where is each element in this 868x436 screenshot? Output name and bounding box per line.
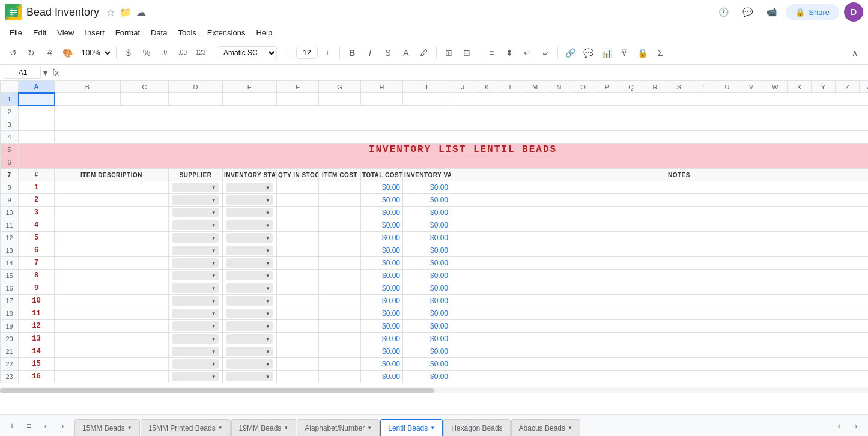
cell-H1[interactable]: [361, 93, 403, 106]
cell-item-cost-14[interactable]: [319, 345, 361, 358]
video-button[interactable]: 📹: [762, 2, 781, 22]
cell-B2-onward[interactable]: [55, 106, 869, 118]
font-selector[interactable]: Amatic SC Arial: [217, 46, 277, 59]
cell-desc-6[interactable]: [55, 244, 169, 257]
col-header-Z[interactable]: Z: [836, 81, 860, 93]
cell-item-cost-4[interactable]: [319, 219, 361, 232]
cell-desc-1[interactable]: [55, 181, 169, 194]
cell-supplier-10[interactable]: ▼: [169, 295, 223, 307]
cell-B1[interactable]: [55, 93, 121, 106]
col-header-F[interactable]: F: [277, 81, 319, 93]
decrease-font-button[interactable]: −: [278, 44, 295, 61]
col-header-G[interactable]: G: [319, 81, 361, 93]
cell-item-cost-6[interactable]: [319, 244, 361, 257]
cell-item-cost-15[interactable]: [319, 358, 361, 371]
menu-tools[interactable]: Tools: [173, 27, 201, 38]
tab-dropdown-arrow[interactable]: ▼: [367, 425, 372, 431]
col-header-D[interactable]: D: [169, 81, 223, 93]
cell-reference-input[interactable]: [5, 67, 41, 79]
cell-status-8[interactable]: ▼: [223, 270, 277, 282]
horizontal-scrollbar[interactable]: [0, 387, 868, 393]
tab-alaphabet-number[interactable]: Alaphabet/Number ▼: [297, 419, 380, 436]
cell-item-cost-9[interactable]: [319, 282, 361, 295]
cell-status-6[interactable]: ▼: [223, 244, 277, 257]
cell-desc-7[interactable]: [55, 257, 169, 270]
cell-desc-14[interactable]: [55, 345, 169, 358]
share-button[interactable]: 🔒 Share: [786, 4, 839, 20]
cloud-icon[interactable]: ☁: [136, 7, 146, 18]
menu-help[interactable]: Help: [251, 27, 277, 38]
cell-item-cost-3[interactable]: [319, 207, 361, 219]
cell-notes-11[interactable]: [451, 307, 869, 320]
col-header-W[interactable]: W: [763, 81, 788, 93]
cell-qty-5[interactable]: [277, 232, 319, 244]
col-header-T[interactable]: T: [691, 81, 715, 93]
tab-dropdown-arrow[interactable]: ▼: [127, 425, 132, 431]
tab-dropdown-arrow[interactable]: ▼: [430, 425, 435, 431]
formula-expand-icon[interactable]: ▾: [43, 68, 47, 77]
increase-decimal-button[interactable]: .00: [174, 44, 191, 61]
row-num-17[interactable]: 17: [1, 295, 19, 307]
tab-15mm-beads[interactable]: 15MM Beads ▼: [74, 419, 140, 436]
col-header-Q[interactable]: Q: [619, 81, 643, 93]
cell-qty-6[interactable]: [277, 244, 319, 257]
cell-notes-16[interactable]: [451, 371, 869, 383]
col-header-I[interactable]: I: [403, 81, 451, 93]
row-num-14[interactable]: 14: [1, 257, 19, 270]
cell-supplier-12[interactable]: ▼: [169, 320, 223, 333]
col-header-S[interactable]: S: [667, 81, 691, 93]
cell-item-cost-11[interactable]: [319, 307, 361, 320]
cell-supplier-9[interactable]: ▼: [169, 282, 223, 295]
cell-status-9[interactable]: ▼: [223, 282, 277, 295]
tab-19mm-beads[interactable]: 19MM Beads ▼: [231, 419, 297, 436]
tab-abacus-beads[interactable]: Abacus Beads ▼: [511, 419, 580, 436]
cell-qty-2[interactable]: [277, 194, 319, 207]
rotate-button[interactable]: ⤾: [537, 44, 554, 61]
cell-notes-9[interactable]: [451, 282, 869, 295]
menu-edit[interactable]: Edit: [28, 27, 51, 38]
row-num-13[interactable]: 13: [1, 244, 19, 257]
merge-button[interactable]: ⊟: [458, 44, 475, 61]
menu-insert[interactable]: Insert: [80, 27, 109, 38]
cell-qty-10[interactable]: [277, 295, 319, 307]
cell-notes-6[interactable]: [451, 244, 869, 257]
cell-item-cost-1[interactable]: [319, 181, 361, 194]
cell-supplier-1[interactable]: ▼: [169, 181, 223, 194]
redo-button[interactable]: ↻: [23, 44, 40, 61]
menu-file[interactable]: File: [5, 27, 27, 38]
menu-format[interactable]: Format: [111, 27, 145, 38]
tab-hexagon-beads[interactable]: Hexagon Beads: [443, 419, 510, 436]
cell-desc-3[interactable]: [55, 207, 169, 219]
cell-desc-4[interactable]: [55, 219, 169, 232]
bold-button[interactable]: B: [344, 44, 360, 61]
cell-item-cost-16[interactable]: [319, 371, 361, 383]
row-num-7[interactable]: 7: [1, 169, 19, 181]
cell-qty-13[interactable]: [277, 333, 319, 345]
currency-button[interactable]: $: [120, 44, 137, 61]
cell-desc-13[interactable]: [55, 333, 169, 345]
row-num-16[interactable]: 16: [1, 282, 19, 295]
cell-desc-2[interactable]: [55, 194, 169, 207]
col-header-L[interactable]: L: [499, 81, 523, 93]
cell-supplier-6[interactable]: ▼: [169, 244, 223, 257]
row-num-4[interactable]: 4: [1, 131, 19, 144]
scroll-tabs-left-button[interactable]: ‹: [38, 419, 53, 433]
cell-A1[interactable]: [19, 93, 55, 106]
menu-view[interactable]: View: [52, 27, 79, 38]
cell-status-2[interactable]: ▼: [223, 194, 277, 207]
col-header-H[interactable]: H: [361, 81, 403, 93]
cell-qty-1[interactable]: [277, 181, 319, 194]
cell-A4[interactable]: [19, 131, 55, 144]
cell-supplier-16[interactable]: ▼: [169, 371, 223, 383]
filter-button[interactable]: ⊽: [616, 44, 633, 61]
col-header-R[interactable]: R: [643, 81, 667, 93]
row-num-11[interactable]: 11: [1, 219, 19, 232]
col-header-V[interactable]: V: [739, 81, 763, 93]
tab-15mm-printed-beads[interactable]: 15MM Printed Beads ▼: [141, 419, 231, 436]
cell-supplier-13[interactable]: ▼: [169, 333, 223, 345]
cell-item-cost-12[interactable]: [319, 320, 361, 333]
cell-item-cost-13[interactable]: [319, 333, 361, 345]
col-header-E[interactable]: E: [223, 81, 277, 93]
cell-item-cost-5[interactable]: [319, 232, 361, 244]
cell-notes-15[interactable]: [451, 358, 869, 371]
